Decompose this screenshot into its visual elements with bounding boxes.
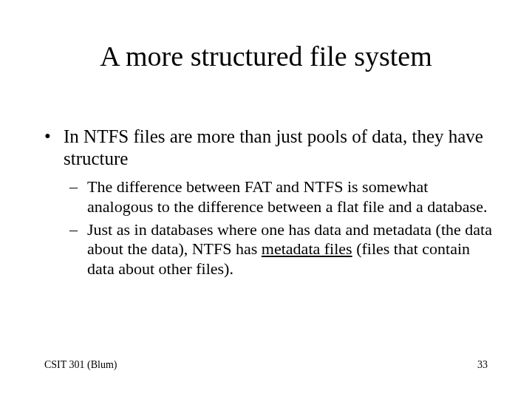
slide-body: • In NTFS files are more than just pools… [44, 126, 495, 282]
dash-icon: – [69, 177, 87, 217]
dash-icon: – [69, 220, 87, 279]
underlined-term: metadata files [262, 239, 352, 258]
bullet-text: In NTFS files are more than just pools o… [64, 126, 495, 170]
bullet-level2: – Just as in databases where one has dat… [69, 220, 495, 279]
slide: A more structured file system • In NTFS … [0, 0, 532, 399]
bullet-level1: • In NTFS files are more than just pools… [44, 126, 495, 170]
slide-title: A more structured file system [0, 40, 532, 72]
footer-page-number: 33 [477, 359, 488, 371]
sub-bullet-text: The difference between FAT and NTFS is s… [87, 177, 495, 217]
bullet-level2: – The difference between FAT and NTFS is… [69, 177, 495, 217]
sub-bullet-text: Just as in databases where one has data … [87, 220, 495, 279]
bullet-icon: • [44, 126, 64, 170]
footer-course: CSIT 301 (Blum) [44, 359, 117, 371]
